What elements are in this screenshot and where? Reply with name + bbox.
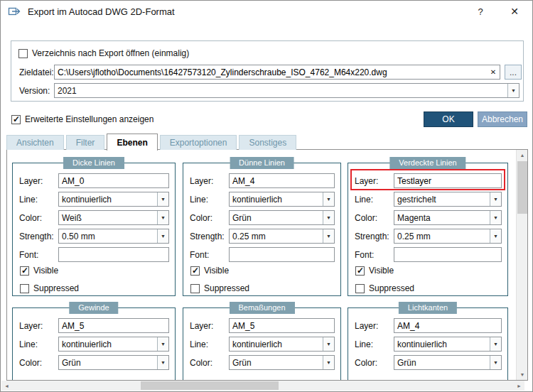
line-select[interactable]: kontinuierlich ▼ [229,337,335,352]
help-button[interactable]: ? [471,6,490,17]
chevron-down-icon[interactable]: ▼ [323,229,334,243]
close-button[interactable]: ✕ [505,6,524,17]
chevron-down-icon[interactable]: ▼ [507,84,519,97]
clear-file-icon[interactable]: ✕ [487,68,500,76]
chevron-down-icon[interactable]: ▼ [157,211,168,224]
font-input[interactable] [58,247,169,262]
layer-input[interactable] [58,318,169,333]
advanced-settings-row: Erweiterte Einstellungen anzeigen [11,114,154,124]
color-value: Grün [394,356,490,369]
suppressed-row: Suppressed [355,283,414,293]
strength-select[interactable]: 0.50 mm ▼ [58,229,169,244]
chevron-down-icon[interactable]: ▼ [490,337,501,351]
suppressed-label: Suppressed [33,283,79,293]
chevron-down-icon[interactable]: ▼ [323,192,334,206]
color-label: Color: [19,358,58,368]
line-label: Line: [190,339,229,349]
line-label: Line: [190,195,229,205]
line-value: kontinuierlich [59,192,157,206]
chevron-down-icon[interactable]: ▼ [157,337,168,351]
open-folder-checkbox[interactable] [18,49,28,58]
line-select[interactable]: gestrichelt ▼ [394,192,502,207]
line-select[interactable]: kontinuierlich ▼ [229,192,335,207]
strength-label: Strength: [190,232,229,241]
strength-select[interactable]: 0.25 mm ▼ [394,229,502,244]
font-field: Font: [355,247,502,262]
line-select[interactable]: kontinuierlich ▼ [58,192,169,207]
tab-ebenen[interactable]: Ebenen [107,134,157,151]
chevron-down-icon[interactable]: ▼ [157,229,168,243]
line-field: Line: gestrichelt ▼ [355,192,502,207]
layer-input[interactable] [58,173,169,188]
visible-checkbox[interactable] [355,266,365,276]
color-label: Color: [190,358,229,368]
line-select[interactable]: kontinuierlich ▼ [394,337,502,352]
color-field: Color: Grün ▼ [190,355,335,370]
layer-field: Layer: [355,318,502,333]
target-file-input[interactable] [55,66,487,78]
visible-checkbox[interactable] [190,266,200,276]
scroll-down-icon[interactable]: ▼ [517,369,528,380]
vertical-scrollbar[interactable]: ▲ ▼ [516,150,527,380]
chevron-down-icon[interactable]: ▼ [323,356,334,369]
group-duenne-linien: Dünne Linien Layer: Line: kontinuierlich… [183,163,341,296]
font-input[interactable] [394,247,502,262]
group-dicke-linien: Dicke Linien Layer: Line: kontinuierlich… [12,163,176,296]
ebenen-panel: Dicke Linien Layer: Line: kontinuierlich… [6,149,528,381]
vertical-scrollbar-thumb[interactable] [517,161,527,214]
horizontal-scrollbar-thumb[interactable] [141,381,279,390]
browse-button[interactable]: ... [505,65,522,80]
strength-field: Strength: 0.50 mm ▼ [19,229,169,244]
chevron-down-icon[interactable]: ▼ [323,337,334,351]
tab-ansichten[interactable]: Ansichten [6,135,64,150]
chevron-down-icon[interactable]: ▼ [490,211,501,224]
suppressed-checkbox[interactable] [20,284,29,293]
layer-input[interactable] [229,173,335,188]
scroll-right-icon[interactable]: ► [514,381,524,391]
tab-exportoptionen[interactable]: Exportoptionen [160,135,237,150]
color-select[interactable]: Grün ▼ [229,210,335,225]
tab-sonstiges[interactable]: Sonstiges [239,135,296,150]
color-select[interactable]: Magenta ▼ [394,210,502,225]
chevron-down-icon[interactable]: ▼ [490,229,501,243]
line-value: kontinuierlich [230,337,323,351]
suppressed-checkbox[interactable] [355,284,365,293]
strength-select[interactable]: 0.25 mm ▼ [229,229,335,244]
ok-button[interactable]: OK [424,111,473,127]
advanced-settings-checkbox[interactable] [11,115,21,124]
visible-checkbox[interactable] [20,266,29,276]
layer-field: Layer: [19,318,169,333]
suppressed-checkbox[interactable] [190,284,200,293]
horizontal-scrollbar[interactable]: ◄ ► [1,381,524,391]
cancel-button[interactable]: Abbrechen [478,111,527,127]
chevron-down-icon[interactable]: ▼ [323,211,334,224]
line-field: Line: kontinuierlich ▼ [19,192,169,207]
visible-label: Visible [204,266,229,276]
line-value: kontinuierlich [394,337,490,351]
chevron-down-icon[interactable]: ▼ [157,356,168,369]
scroll-up-icon[interactable]: ▲ [517,150,528,160]
tab-filter[interactable]: Filter [66,135,105,150]
line-label: Line: [19,195,58,205]
color-value: Grün [59,356,157,369]
chevron-down-icon[interactable]: ▼ [490,192,501,206]
layer-label: Layer: [355,321,394,331]
color-select[interactable]: Grün ▼ [229,355,335,370]
version-select[interactable]: 2021 ▼ [54,83,519,98]
layer-input[interactable] [229,318,335,333]
color-select[interactable]: Weiß ▼ [58,210,169,225]
chevron-down-icon[interactable]: ▼ [157,192,168,206]
suppressed-label: Suppressed [369,283,414,293]
line-label: Line: [355,339,394,349]
scroll-left-icon[interactable]: ◄ [1,381,12,391]
color-value: Grün [230,356,323,369]
line-select[interactable]: kontinuierlich ▼ [58,337,169,352]
layer-field: Layer: [355,173,502,188]
color-select[interactable]: Grün ▼ [58,355,169,370]
layer-input[interactable] [394,173,502,188]
layer-input[interactable] [394,318,502,333]
font-input[interactable] [229,247,335,262]
color-select[interactable]: Grün ▼ [394,355,502,370]
line-label: Line: [19,339,58,349]
chevron-down-icon[interactable]: ▼ [490,356,501,369]
